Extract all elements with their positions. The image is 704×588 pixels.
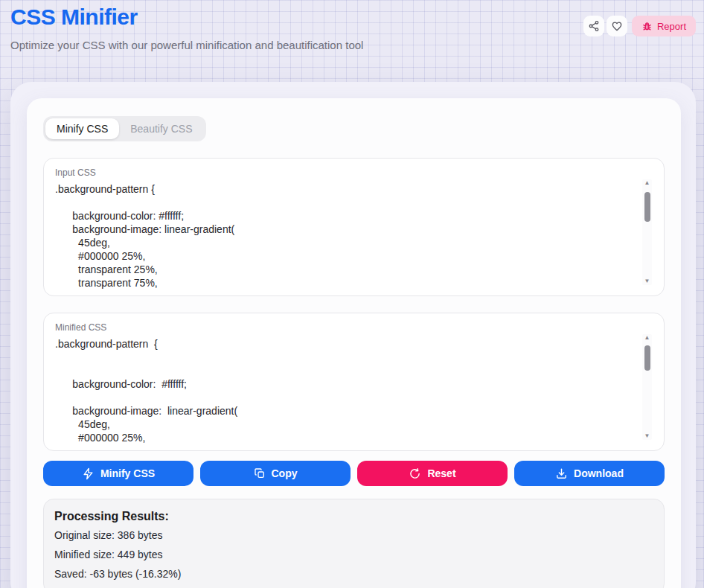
input-css-panel[interactable]: Input CSS .background-pattern { backgrou… xyxy=(43,158,665,296)
tool-outer-card: Minify CSS Beautify CSS Input CSS .backg… xyxy=(10,82,696,588)
input-css-label: Input CSS xyxy=(55,167,653,178)
saved-size-text: Saved: -63 bytes (-16.32%) xyxy=(54,566,653,581)
reset-button-label: Reset xyxy=(427,467,455,479)
page-subtitle: Optimize your CSS with our powerful mini… xyxy=(10,39,694,51)
input-css-textarea[interactable]: .background-pattern { background-color: … xyxy=(55,182,653,290)
minify-css-button[interactable]: Minify CSS xyxy=(43,461,193,486)
refresh-icon xyxy=(409,467,421,480)
report-button-label: Report xyxy=(657,21,686,32)
header-actions: Report xyxy=(583,16,696,36)
input-scrollbar[interactable]: ▲ ▼ xyxy=(642,179,652,285)
share-button[interactable] xyxy=(583,16,604,36)
reset-button[interactable]: Reset xyxy=(357,461,508,486)
mode-tabs: Minify CSS Beautify CSS xyxy=(43,116,206,141)
share-nodes-icon xyxy=(588,20,600,32)
download-button[interactable]: Download xyxy=(514,461,665,486)
copy-icon xyxy=(254,467,266,479)
scroll-down-icon[interactable]: ▼ xyxy=(644,432,650,440)
original-size-text: Original size: 386 bytes xyxy=(54,528,653,543)
output-scrollbar[interactable]: ▲ ▼ xyxy=(642,334,652,440)
scroll-up-icon[interactable]: ▲ xyxy=(644,334,650,342)
minify-button-label: Minify CSS xyxy=(100,467,155,479)
input-scrollbar-thumb[interactable] xyxy=(644,192,650,222)
bug-icon xyxy=(641,21,653,32)
scroll-down-icon[interactable]: ▼ xyxy=(644,278,650,285)
tool-inner-card: Minify CSS Beautify CSS Input CSS .backg… xyxy=(27,98,681,588)
output-scrollbar-thumb[interactable] xyxy=(644,345,650,371)
action-buttons-row: Minify CSS Copy Reset xyxy=(43,461,665,486)
minified-css-textarea[interactable]: .background-pattern { background-color: … xyxy=(55,337,653,444)
tab-minify-css[interactable]: Minify CSS xyxy=(45,118,119,139)
minified-size-text: Minified size: 449 bytes xyxy=(54,547,653,562)
copy-button-label: Copy xyxy=(272,467,298,479)
download-icon xyxy=(555,467,568,480)
minified-css-label: Minified CSS xyxy=(55,322,653,333)
processing-results-heading: Processing Results: xyxy=(54,510,653,523)
favorite-button[interactable] xyxy=(607,16,627,36)
scroll-up-icon[interactable]: ▲ xyxy=(644,179,650,187)
processing-results-box: Processing Results: Original size: 386 b… xyxy=(43,499,665,588)
download-button-label: Download xyxy=(574,467,624,479)
report-button[interactable]: Report xyxy=(632,16,696,36)
lightning-bolt-icon xyxy=(82,467,95,480)
page-header: CSS Minifier Optimize your CSS with our … xyxy=(0,0,704,51)
copy-button[interactable]: Copy xyxy=(200,461,351,486)
minified-css-panel[interactable]: Minified CSS .background-pattern { backg… xyxy=(43,313,665,451)
tab-beautify-css[interactable]: Beautify CSS xyxy=(119,118,203,139)
heart-icon xyxy=(611,20,623,32)
